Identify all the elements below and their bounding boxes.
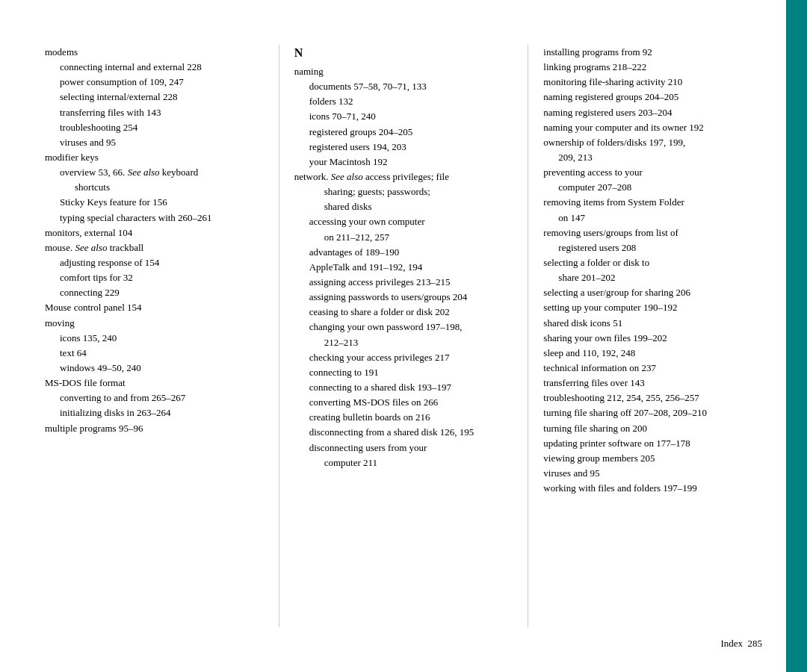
index-entry: disconnecting from a shared disk 126, 19… (294, 425, 498, 440)
index-entry: computer 207–208 (543, 180, 747, 195)
index-entry: advantages of 189–190 (294, 245, 498, 260)
index-entry: transferring files with 143 (45, 105, 249, 120)
index-entry: modifier keys (45, 150, 249, 165)
index-entry: AppleTalk and 191–192, 194 (294, 260, 498, 275)
index-entry: working with files and folders 197–199 (543, 481, 747, 496)
index-entry: 212–213 (294, 335, 498, 350)
index-entry: adjusting response of 154 (45, 255, 249, 270)
index-entry: monitoring file-sharing activity 210 (543, 75, 747, 90)
index-entry: moving (45, 316, 249, 331)
section-letter-n: N (294, 46, 498, 60)
index-entry: MS-DOS file format (45, 376, 249, 391)
index-entry: viruses and 95 (45, 135, 249, 150)
index-entry: share 201–202 (543, 270, 747, 285)
index-entry: viruses and 95 (543, 466, 747, 481)
index-entry: folders 132 (294, 94, 498, 109)
index-entry: typing special characters with 260–261 (45, 211, 249, 225)
footer-page: 285 (748, 638, 763, 649)
index-entry: registered groups 204–205 (294, 125, 498, 140)
index-entry: comfort tips for 32 (45, 270, 249, 285)
footer-label: Index (720, 638, 743, 649)
index-entry: naming registered users 203–204 (543, 105, 747, 120)
index-entry: network. See also access privileges; fil… (294, 169, 498, 184)
column-1: modemsconnecting internal and external 2… (45, 45, 264, 627)
footer: Index 285 (720, 638, 762, 650)
column-2: Nnamingdocuments 57–58, 70–71, 133folder… (294, 45, 513, 627)
index-entry: connecting internal and external 228 (45, 60, 249, 75)
index-entry: linking programs 218–222 (543, 60, 747, 75)
index-entry: registered users 194, 203 (294, 140, 498, 155)
index-entry: connecting to 191 (294, 365, 498, 380)
index-entry: overview 53, 66. See also keyboard (45, 165, 249, 180)
index-entry: converting to and from 265–267 (45, 391, 249, 405)
index-entry: technical information on 237 (543, 361, 747, 376)
index-entry: assigning passwords to users/groups 204 (294, 290, 498, 305)
index-entry: mouse. See also trackball (45, 240, 249, 255)
page-content: modemsconnecting internal and external 2… (0, 0, 807, 672)
index-entry: naming (294, 64, 498, 79)
index-entry: documents 57–58, 70–71, 133 (294, 79, 498, 94)
index-entry: troubleshooting 254 (45, 120, 249, 135)
index-entry: your Macintosh 192 (294, 155, 498, 169)
index-entry: installing programs from 92 (543, 45, 747, 60)
index-entry: 209, 213 (543, 150, 747, 165)
index-entry: selecting internal/external 228 (45, 90, 249, 105)
column-3: installing programs from 92linking progr… (543, 45, 762, 627)
index-entry: ceasing to share a folder or disk 202 (294, 305, 498, 320)
index-entry: shortcuts (45, 180, 249, 195)
index-entry: turning file sharing off 207–208, 209–21… (543, 405, 747, 420)
index-entry: naming your computer and its owner 192 (543, 120, 747, 135)
index-entry: on 147 (543, 211, 747, 225)
index-entry: registered users 208 (543, 240, 747, 255)
index-entry: turning file sharing on 200 (543, 421, 747, 436)
index-entry: assigning access privileges 213–215 (294, 275, 498, 290)
index-entry: checking your access privileges 217 (294, 350, 498, 365)
index-entry: computer 211 (294, 455, 498, 470)
index-entry: transferring files over 143 (543, 376, 747, 391)
index-entry: monitors, external 104 (45, 225, 249, 240)
index-entry: shared disk icons 51 (543, 316, 747, 331)
index-entry: sharing your own files 199–202 (543, 331, 747, 346)
index-entry: multiple programs 95–96 (45, 421, 249, 436)
index-entry: naming registered groups 204–205 (543, 90, 747, 105)
index-entry: selecting a folder or disk to (543, 255, 747, 270)
index-entry: creating bulletin boards on 216 (294, 410, 498, 425)
index-entry: modems (45, 45, 249, 60)
index-entry: sleep and 110, 192, 248 (543, 346, 747, 361)
index-entry: Sticky Keys feature for 156 (45, 195, 249, 210)
index-entry: sharing; guests; passwords; (294, 184, 498, 199)
index-entry: viewing group members 205 (543, 451, 747, 466)
index-entry: updating printer software on 177–178 (543, 436, 747, 451)
teal-sidebar (786, 0, 807, 672)
index-entry: setting up your computer 190–192 (543, 300, 747, 315)
index-entry: accessing your own computer (294, 214, 498, 229)
column-divider-2 (528, 45, 528, 627)
index-entry: connecting to a shared disk 193–197 (294, 380, 498, 395)
index-entry: removing users/groups from list of (543, 225, 747, 240)
index-entry: initializing disks in 263–264 (45, 405, 249, 420)
index-entry: Mouse control panel 154 (45, 300, 249, 315)
index-entry: windows 49–50, 240 (45, 361, 249, 376)
index-entry: changing your own password 197–198, (294, 320, 498, 335)
index-entry: preventing access to your (543, 165, 747, 180)
index-entry: power consumption of 109, 247 (45, 75, 249, 90)
index-entry: disconnecting users from your (294, 441, 498, 455)
index-entry: troubleshooting 212, 254, 255, 256–257 (543, 391, 747, 405)
index-entry: icons 70–71, 240 (294, 109, 498, 124)
index-entry: text 64 (45, 346, 249, 361)
column-divider-1 (279, 45, 279, 627)
index-entry: connecting 229 (45, 285, 249, 300)
index-entry: icons 135, 240 (45, 331, 249, 346)
index-entry: selecting a user/group for sharing 206 (543, 285, 747, 300)
index-entry: converting MS-DOS files on 266 (294, 395, 498, 410)
index-entry: shared disks (294, 199, 498, 214)
index-entry: removing items from System Folder (543, 195, 747, 210)
index-entry: ownership of folders/disks 197, 199, (543, 135, 747, 150)
index-entry: on 211–212, 257 (294, 230, 498, 245)
